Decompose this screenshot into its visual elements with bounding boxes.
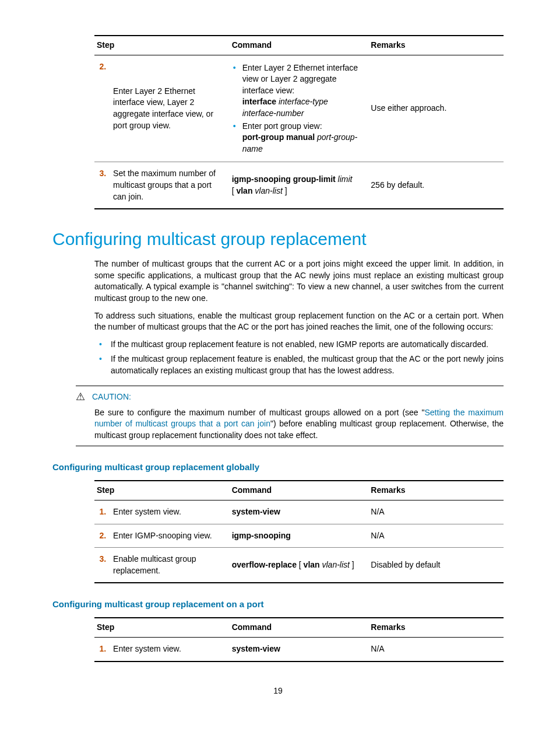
table-row: 2. Enter Layer 2 Ethernet interface view…: [94, 55, 504, 162]
step-text: Enter system view.: [111, 638, 230, 662]
step-number: 2.: [94, 55, 111, 162]
command-option: Enter Layer 2 Ethernet interface view or…: [232, 62, 362, 120]
remarks-cell: Disabled by default: [368, 548, 504, 583]
step-text: Enable multicast group replacement.: [111, 548, 230, 583]
caution-label: CAUTION:: [92, 391, 131, 403]
remarks-cell: N/A: [368, 638, 504, 662]
step-table-1: Step Command Remarks 2. Enter Layer 2 Et…: [94, 35, 504, 209]
step-text: Enter Layer 2 Ethernet interface view, L…: [111, 55, 230, 162]
step-number: 3.: [94, 162, 111, 209]
step-text: Enter system view.: [111, 501, 230, 524]
step-text: Enter IGMP-snooping view.: [111, 524, 230, 548]
th-remarks: Remarks: [368, 36, 504, 55]
paragraph: The number of multicast groups that the …: [94, 258, 504, 304]
step-number: 1.: [94, 501, 111, 524]
subsection-heading: Configuring multicast group replacement …: [52, 598, 504, 610]
command-cell: igmp-snooping: [230, 524, 369, 548]
command-option: Enter port group view: port-group manual…: [232, 121, 362, 155]
bullet-list: If the multicast group replacement featu…: [94, 339, 504, 377]
remarks-cell: N/A: [368, 524, 504, 548]
command-cell: system-view: [230, 501, 369, 524]
section-heading: Configuring multicast group replacement: [52, 227, 504, 251]
command-cell: overflow-replace [ vlan vlan-list ]: [230, 548, 369, 583]
caution-body: Be sure to configure the maximum number …: [94, 407, 504, 442]
step-table-3: Step Command Remarks 1. Enter system vie…: [94, 617, 504, 662]
th-step: Step: [94, 618, 230, 637]
th-step: Step: [94, 36, 230, 55]
th-command: Command: [230, 481, 369, 500]
th-remarks: Remarks: [368, 618, 504, 637]
table-row: 2. Enter IGMP-snooping view. igmp-snoopi…: [94, 524, 504, 548]
table-row: 3. Enable multicast group replacement. o…: [94, 548, 504, 583]
table-row: 1. Enter system view. system-view N/A: [94, 501, 504, 524]
step-number: 3.: [94, 548, 111, 583]
command-cell: system-view: [230, 638, 369, 662]
th-command: Command: [230, 618, 369, 637]
remarks-cell: N/A: [368, 501, 504, 524]
table-row: 3. Set the maximum number of multicast g…: [94, 162, 504, 209]
caution-box: ⚠ CAUTION: Be sure to configure the maxi…: [76, 386, 504, 446]
command-cell: igmp-snooping group-limit limit [ vlan v…: [230, 162, 369, 209]
table-row: 1. Enter system view. system-view N/A: [94, 638, 504, 662]
step-text: Set the maximum number of multicast grou…: [111, 162, 230, 209]
step-number: 2.: [94, 524, 111, 548]
warning-icon: ⚠: [76, 390, 85, 404]
step-table-2: Step Command Remarks 1. Enter system vie…: [94, 480, 504, 583]
command-cell: Enter Layer 2 Ethernet interface view or…: [230, 55, 369, 162]
list-item: If the multicast group replacement featu…: [94, 339, 504, 351]
th-command: Command: [230, 36, 369, 55]
paragraph: To address such situations, enable the m…: [94, 310, 504, 333]
subsection-heading: Configuring multicast group replacement …: [52, 461, 504, 473]
th-step: Step: [94, 481, 230, 500]
page-number: 19: [52, 685, 504, 697]
remarks-cell: 256 by default.: [368, 162, 504, 209]
list-item: If the multicast group replacement featu…: [94, 354, 504, 376]
remarks-cell: Use either approach.: [368, 55, 504, 162]
step-number: 1.: [94, 638, 111, 662]
th-remarks: Remarks: [368, 481, 504, 500]
